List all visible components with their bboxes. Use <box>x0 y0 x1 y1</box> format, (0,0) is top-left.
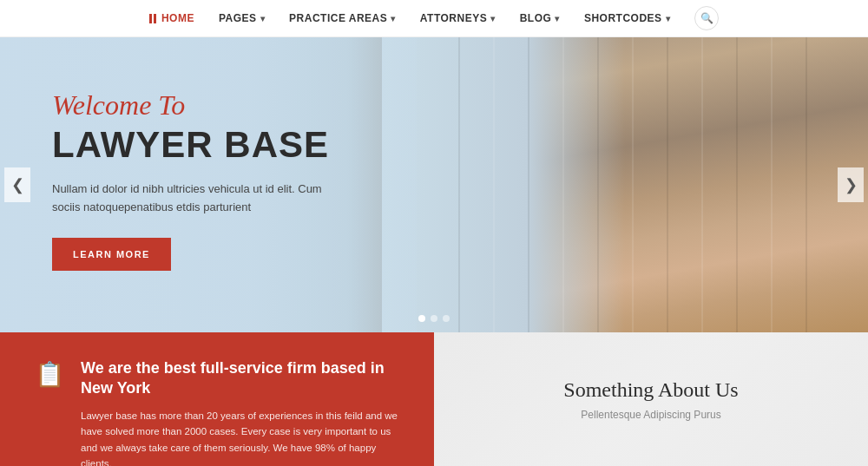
about-us-panel: Something About Us Pellentesque Adipisci… <box>434 332 868 466</box>
firm-info-title: We are the best full-service firm based … <box>81 358 408 399</box>
nav-item-blog[interactable]: BLOG ▾ <box>520 12 560 24</box>
nav-item-attorneys[interactable]: ATTORNEYS ▾ <box>420 12 496 24</box>
hero-section: Welcome To LAWYER BASE Nullam id dolor i… <box>0 37 868 332</box>
firm-info-content: We are the best full-service firm based … <box>81 358 408 466</box>
firm-info-panel: 📋 We are the best full-service firm base… <box>0 332 434 466</box>
document-icon: 📋 <box>35 360 65 389</box>
search-button[interactable]: 🔍 <box>694 6 719 30</box>
hero-dots <box>418 315 450 322</box>
hero-welcome-text: Welcome To <box>52 89 417 121</box>
main-nav: HOME PAGES ▾ PRACTICE AREAS ▾ ATTORNEYS … <box>0 0 868 37</box>
chevron-right-icon: ❯ <box>845 175 858 194</box>
nav-item-shortcodes[interactable]: SHORTCODES ▾ <box>584 12 670 24</box>
search-icon: 🔍 <box>700 12 713 25</box>
nav-label-practice-areas: PRACTICE AREAS <box>289 12 387 24</box>
hero-prev-button[interactable]: ❮ <box>4 167 30 202</box>
firm-info-description: Lawyer base has more than 20 years of ex… <box>81 408 408 466</box>
nav-item-home[interactable]: HOME <box>149 12 194 24</box>
chevron-down-icon: ▾ <box>260 14 266 23</box>
nav-label-blog: BLOG <box>520 12 552 24</box>
nav-label-home: HOME <box>161 12 194 24</box>
hero-title: LAWYER BASE <box>52 125 417 165</box>
nav-item-pages[interactable]: PAGES ▾ <box>219 12 265 24</box>
chevron-down-icon: ▾ <box>666 14 671 23</box>
chevron-down-icon: ▾ <box>555 14 560 23</box>
nav-item-practice-areas[interactable]: PRACTICE AREAS ▾ <box>289 12 396 24</box>
about-us-subtitle: Pellentesque Adipiscing Purus <box>581 409 720 421</box>
hero-content: Welcome To LAWYER BASE Nullam id dolor i… <box>52 89 417 271</box>
pause-icon <box>149 14 156 23</box>
chevron-down-icon: ▾ <box>490 14 496 23</box>
about-us-title: Something About Us <box>563 378 738 402</box>
nav-label-shortcodes: SHORTCODES <box>584 12 662 24</box>
hero-dot-2[interactable] <box>431 315 437 322</box>
hero-dot-1[interactable] <box>418 315 425 322</box>
hero-next-button[interactable]: ❯ <box>838 167 864 202</box>
hero-dot-3[interactable] <box>443 315 450 322</box>
chevron-down-icon: ▾ <box>391 14 396 23</box>
bottom-section: 📋 We are the best full-service firm base… <box>0 332 868 466</box>
hero-columns-overlay <box>425 37 816 332</box>
chevron-left-icon: ❮ <box>11 175 24 194</box>
nav-label-attorneys: ATTORNEYS <box>420 12 487 24</box>
nav-label-pages: PAGES <box>219 12 257 24</box>
hero-description: Nullam id dolor id nibh ultricies vehicu… <box>52 180 347 217</box>
learn-more-button[interactable]: LEARN MORE <box>52 238 171 271</box>
